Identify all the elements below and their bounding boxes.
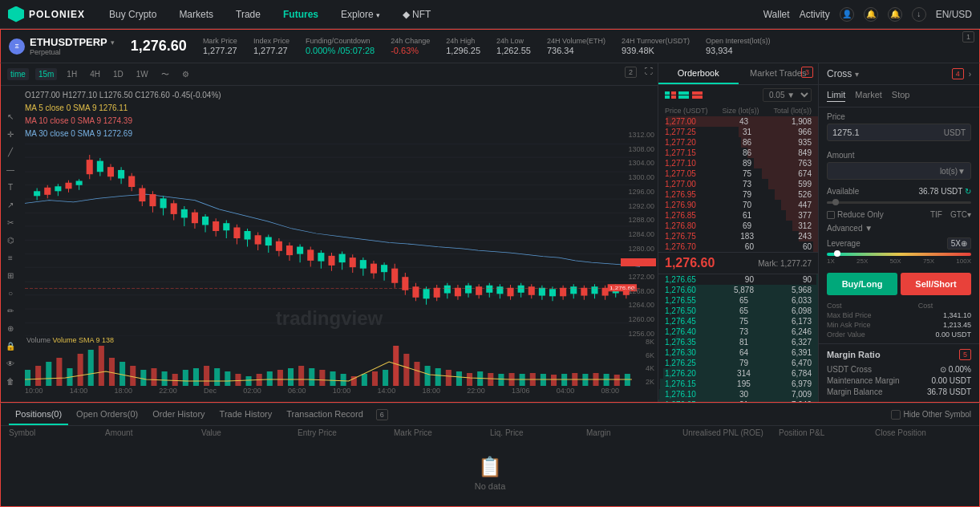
amount-input[interactable] xyxy=(832,166,940,176)
tab-market[interactable]: Market xyxy=(855,90,882,102)
tool-trash[interactable]: 🗑 xyxy=(4,375,17,387)
ob-bid-row[interactable]: 1,276.05317,040 xyxy=(658,400,818,402)
tool-expand[interactable]: ⊞ xyxy=(4,269,17,282)
sell-short-button[interactable]: Sell/Short xyxy=(901,273,971,295)
ob-ask-row[interactable]: 1,277.0575674 xyxy=(658,168,818,179)
tool-fibonacci[interactable]: ≡ xyxy=(4,251,17,264)
hide-others-checkbox[interactable] xyxy=(891,410,901,420)
ob-ask-row[interactable]: 1,277.1586849 xyxy=(658,148,818,158)
chart-area[interactable]: ↖ ✛ ╱ — T ↗ ✂ ⌬ ≡ ⊞ ○ ✏ ⊕ 🔒 👁 🗑 xyxy=(1,86,658,402)
nav-wallet[interactable]: Wallet xyxy=(763,9,790,20)
tab-trade-history[interactable]: Trade History xyxy=(213,404,279,425)
order-amount-slider[interactable] xyxy=(819,198,979,207)
hide-others-toggle[interactable]: Hide Other Symbol xyxy=(891,410,971,420)
gtc-label[interactable]: GTC▾ xyxy=(950,210,971,219)
tab-stop[interactable]: Stop xyxy=(892,90,910,102)
ob-spread-select[interactable]: 0.05 ▼ 0.10 0.50 xyxy=(763,88,812,102)
nav-activity[interactable]: Activity xyxy=(800,9,830,20)
ob-bid-row[interactable]: 1,276.203146,784 xyxy=(658,368,818,379)
tab-transaction-record[interactable]: Transaction Record xyxy=(280,404,370,425)
tool-lock[interactable]: 🔒 xyxy=(4,339,17,352)
nav-buy-crypto[interactable]: Buy Crypto xyxy=(104,6,161,23)
buy-long-button[interactable]: Buy/Long xyxy=(827,273,897,295)
margin-balance-row: Margin Balance 36.78 USDT xyxy=(827,387,971,396)
ob-bid-row[interactable]: 1,276.151956,979 xyxy=(658,379,818,389)
nav-markets[interactable]: Markets xyxy=(174,6,218,23)
ticker-dropdown-icon[interactable]: ▾ xyxy=(111,39,115,47)
tab-positions[interactable]: Positions(0) xyxy=(9,404,68,425)
transfer-icon[interactable]: ↻ xyxy=(965,187,971,196)
nav-language[interactable]: EN/USD xyxy=(936,9,972,20)
reduce-only-checkbox[interactable]: Reduce Only xyxy=(827,210,884,219)
tool-cursor[interactable]: ↖ xyxy=(4,110,17,123)
chart-time-1d[interactable]: 1D xyxy=(110,68,127,80)
ob-bid-row[interactable]: 1,276.35816,327 xyxy=(658,337,818,347)
nav-futures[interactable]: Futures xyxy=(278,6,323,23)
chart-time-time[interactable]: time xyxy=(7,68,29,80)
price-input[interactable] xyxy=(832,128,944,137)
tool-crosshair[interactable]: ✛ xyxy=(4,128,17,140)
ob-bid-row[interactable]: 1,276.25796,470 xyxy=(658,358,818,368)
tool-scissors[interactable]: ✂ xyxy=(4,216,17,229)
ob-ask-row[interactable]: 1,277.00431,908 xyxy=(658,116,818,127)
chart-time-15m[interactable]: 15m xyxy=(35,68,57,80)
nav-trade[interactable]: Trade xyxy=(231,6,265,23)
reduce-only-box[interactable] xyxy=(827,211,835,219)
chart-time-1w[interactable]: 1W xyxy=(133,68,152,80)
nav-download-icon[interactable]: ↓ xyxy=(912,7,926,22)
svg-rect-120 xyxy=(581,288,587,296)
nav-profile-icon[interactable]: 👤 xyxy=(840,7,854,22)
tool-eye[interactable]: 👁 xyxy=(4,357,17,370)
ob-bid-row[interactable]: 1,276.45756,173 xyxy=(658,316,818,327)
tab-order-history[interactable]: Order History xyxy=(146,404,211,425)
chart-time-4h[interactable]: 4H xyxy=(87,68,103,80)
logo[interactable]: POLONIEX xyxy=(8,6,85,22)
ob-ask-row[interactable]: 1,276.8069312 xyxy=(658,221,818,231)
tool-magnet[interactable]: ⊕ xyxy=(4,322,17,335)
ticker-symbol[interactable]: Ξ ETHUSDTPERP ▾ Perpetual xyxy=(9,36,115,56)
ob-bid-row[interactable]: 1,276.55656,033 xyxy=(658,295,818,306)
ob-ask-row[interactable]: 1,277.0073599 xyxy=(658,179,818,189)
ob-ask-row[interactable]: 1,277.2531966 xyxy=(658,127,818,137)
chart-expand-icon[interactable]: ⛶ xyxy=(645,67,653,75)
ob-bid-row[interactable]: 1,276.605,8785,968 xyxy=(658,285,818,295)
tool-text[interactable]: T xyxy=(4,180,17,193)
nav-bell-icon[interactable]: 🔔 xyxy=(864,7,878,22)
leverage-slider[interactable] xyxy=(827,253,971,256)
tool-line[interactable]: ╱ xyxy=(4,145,17,158)
chart-time-1h[interactable]: 1H xyxy=(63,68,80,80)
nav-nft[interactable]: ◆ NFT xyxy=(398,6,435,23)
ob-depth-bids-icon[interactable] xyxy=(678,91,690,99)
chart-settings-icon[interactable]: ⚙ xyxy=(179,68,192,80)
tab-open-orders[interactable]: Open Orders(0) xyxy=(70,404,144,425)
ob-ask-row[interactable]: 1,276.706060 xyxy=(658,241,818,252)
tool-horizontal[interactable]: — xyxy=(4,163,17,176)
nav-notifications-icon[interactable]: 🔔 xyxy=(888,7,902,22)
ob-bid-row[interactable]: 1,276.50656,098 xyxy=(658,306,818,316)
svg-rect-24 xyxy=(76,180,83,185)
order-info-arrow[interactable]: › xyxy=(969,70,971,79)
tab-limit[interactable]: Limit xyxy=(827,90,845,102)
ob-bid-row[interactable]: 1,276.10307,009 xyxy=(658,389,818,400)
ob-depth-all-icon[interactable] xyxy=(665,91,676,99)
chart-wave-icon[interactable]: 〜 xyxy=(158,67,172,82)
ob-ask-row[interactable]: 1,276.9070447 xyxy=(658,200,818,210)
ob-ask-row[interactable]: 1,276.8561377 xyxy=(658,210,818,221)
ob-ask-row[interactable]: 1,276.75183243 xyxy=(658,231,818,241)
ob-ask-row[interactable]: 1,276.9579526 xyxy=(658,189,818,200)
ob-bid-row[interactable]: 1,276.30646,391 xyxy=(658,347,818,358)
advanced-toggle[interactable]: Advanced ▼ xyxy=(827,224,971,233)
tool-measure[interactable]: ⌬ xyxy=(4,233,17,246)
tool-pen[interactable]: ✏ xyxy=(4,304,17,317)
ob-bid-row[interactable]: 1,276.659090 xyxy=(658,274,818,285)
svg-rect-145 xyxy=(162,371,168,386)
tab-orderbook[interactable]: Orderbook xyxy=(658,63,739,84)
ob-ask-row[interactable]: 1,277.2086935 xyxy=(658,137,818,148)
chart-panel-number: 2 xyxy=(625,67,637,78)
tool-circle[interactable]: ○ xyxy=(4,286,17,299)
ob-bid-row[interactable]: 1,276.40736,246 xyxy=(658,327,818,337)
ob-ask-row[interactable]: 1,277.1089763 xyxy=(658,158,818,168)
tool-ray[interactable]: ↗ xyxy=(4,198,17,211)
ob-depth-asks-icon[interactable] xyxy=(692,91,703,99)
nav-explore[interactable]: Explore ▾ xyxy=(336,6,385,23)
